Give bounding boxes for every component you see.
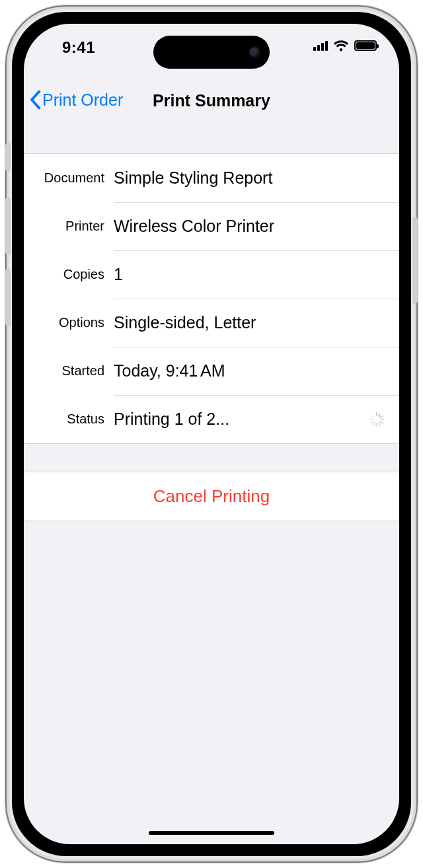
- nav-bar: Print Order Print Summary: [24, 85, 399, 123]
- svg-line-1: [379, 414, 380, 416]
- row-value: Today, 9:41 AM: [114, 361, 399, 380]
- home-indicator: [149, 831, 274, 835]
- row-status: Status Printing 1 of 2...: [24, 395, 399, 443]
- row-label: Printer: [36, 219, 114, 234]
- svg-line-5: [379, 423, 380, 425]
- row-options: Options Single-sided, Letter: [24, 299, 399, 347]
- side-button: [412, 217, 418, 304]
- row-document: Document Simple Styling Report: [24, 154, 399, 202]
- page-title: Print Summary: [24, 91, 399, 110]
- ringer-switch: [5, 143, 11, 172]
- svg-line-11: [373, 414, 375, 416]
- cellular-icon: [313, 40, 328, 51]
- row-label: Document: [36, 170, 114, 186]
- screen: 9:41: [24, 24, 399, 844]
- row-value: Wireless Color Printer: [114, 217, 399, 236]
- volume-up-button: [5, 197, 11, 255]
- row-label: Status: [36, 412, 114, 427]
- row-started: Started Today, 9:41 AM: [24, 347, 399, 395]
- status-right: [313, 40, 377, 52]
- status-bar: 9:41: [24, 24, 399, 74]
- summary-list: Document Simple Styling Report Printer W…: [24, 153, 399, 521]
- row-value: Single-sided, Letter: [114, 313, 399, 332]
- row-label: Copies: [36, 267, 114, 282]
- row-value: Printing 1 of 2...: [114, 410, 369, 429]
- row-label: Options: [36, 315, 114, 330]
- phone-bezel: 9:41: [12, 12, 411, 856]
- spinner-icon: [369, 412, 385, 427]
- phone-frame: 9:41: [5, 5, 418, 863]
- cancel-printing-button[interactable]: Cancel Printing: [24, 472, 399, 521]
- wifi-icon: [333, 40, 349, 52]
- cancel-label: Cancel Printing: [153, 486, 270, 507]
- battery-icon: [354, 40, 377, 51]
- row-value: 1: [114, 265, 399, 284]
- svg-line-4: [380, 421, 382, 423]
- row-label: Started: [36, 363, 114, 379]
- summary-group: Document Simple Styling Report Printer W…: [24, 153, 399, 444]
- row-value: Simple Styling Report: [114, 168, 399, 188]
- volume-down-button: [5, 268, 11, 326]
- svg-line-7: [373, 423, 375, 425]
- svg-line-2: [380, 416, 382, 417]
- cancel-group: Cancel Printing: [24, 472, 399, 521]
- svg-line-8: [371, 421, 373, 423]
- svg-line-10: [371, 416, 373, 417]
- row-printer: Printer Wireless Color Printer: [24, 202, 399, 250]
- row-copies: Copies 1: [24, 250, 399, 299]
- status-time: 9:41: [62, 38, 95, 57]
